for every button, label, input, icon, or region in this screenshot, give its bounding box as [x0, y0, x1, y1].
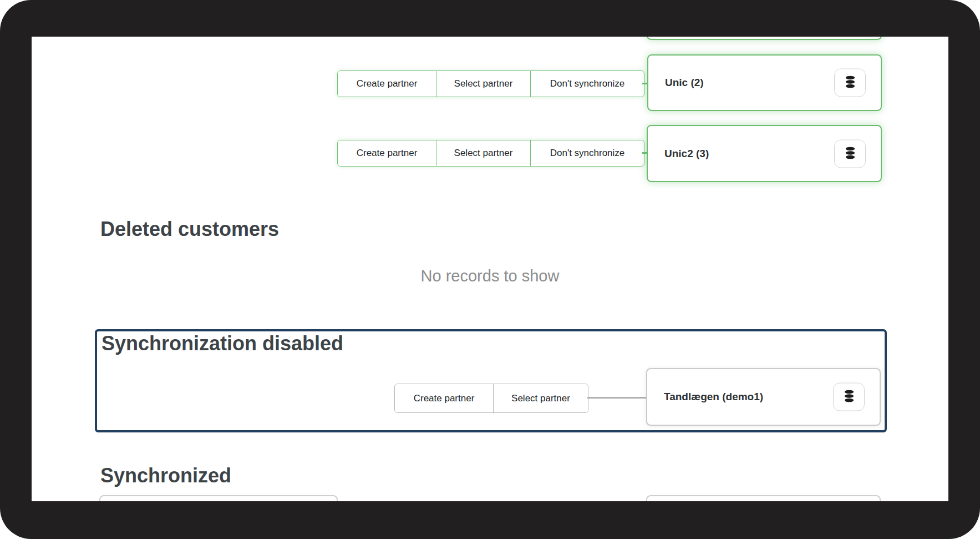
customer-card-unic: Unic (2)	[647, 54, 882, 111]
select-partner-button[interactable]: Select partner	[436, 71, 530, 97]
database-icon	[843, 145, 857, 162]
row-actions-unic: Create partner Select partner Don't sync…	[337, 70, 644, 97]
customer-name: Unic (2)	[665, 77, 704, 89]
deleted-customers-heading: Deleted customers	[100, 218, 279, 241]
database-button[interactable]	[834, 69, 866, 97]
partial-card-bottom-right	[646, 495, 881, 501]
create-partner-button[interactable]: Create partner	[338, 71, 436, 97]
database-icon	[843, 75, 857, 91]
synchronized-heading: Synchronized	[100, 464, 231, 487]
database-button[interactable]	[834, 139, 866, 168]
partial-card-top	[647, 37, 882, 40]
dont-synchronize-button[interactable]: Don't synchronize	[530, 140, 644, 166]
connector-line	[587, 397, 647, 399]
device-frame: Create partner Select partner Don't sync…	[0, 0, 980, 539]
database-button[interactable]	[833, 383, 865, 411]
customer-card-tandlaegen: Tandlægen (demo1)	[646, 368, 881, 426]
customer-card-unic2: Unic2 (3)	[647, 125, 882, 182]
create-partner-button[interactable]: Create partner	[338, 140, 436, 166]
row-actions-unic2: Create partner Select partner Don't sync…	[337, 140, 644, 167]
synchronization-disabled-heading: Synchronization disabled	[101, 332, 885, 355]
database-icon	[842, 389, 856, 405]
empty-state-message: No records to show	[32, 267, 948, 285]
customer-name: Unic2 (3)	[664, 148, 709, 160]
customer-name: Tandlægen (demo1)	[664, 391, 763, 403]
dont-synchronize-button[interactable]: Don't synchronize	[530, 71, 644, 97]
create-partner-button[interactable]: Create partner	[395, 384, 493, 412]
app-content: Create partner Select partner Don't sync…	[32, 37, 948, 501]
partial-card-bottom-left	[99, 495, 338, 501]
row-actions-tandlaegen: Create partner Select partner	[394, 384, 588, 413]
select-partner-button[interactable]: Select partner	[493, 384, 588, 412]
select-partner-button[interactable]: Select partner	[436, 140, 530, 166]
